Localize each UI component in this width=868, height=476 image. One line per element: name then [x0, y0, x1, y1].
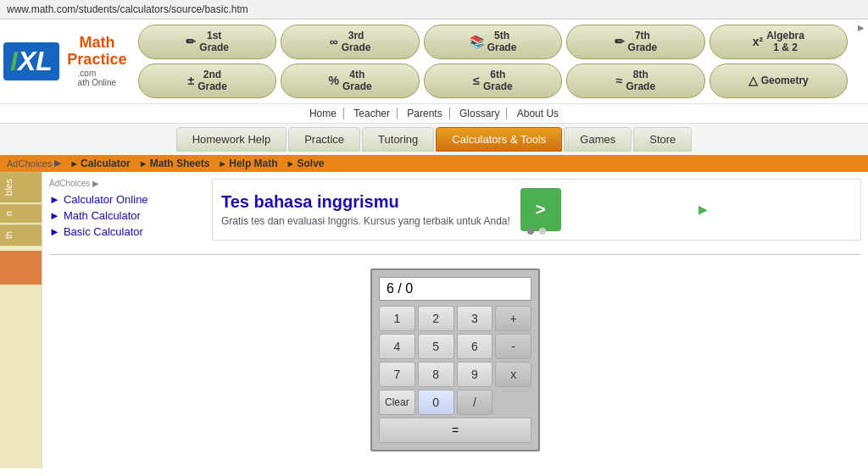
arrow-icon6: ►	[49, 209, 60, 222]
arrow-icon: ►	[70, 158, 79, 169]
browser-bar: www.math.com/students/calculators/source…	[0, 0, 868, 19]
calc-btn-multiply[interactable]: x	[495, 362, 531, 387]
sub-nav-solve[interactable]: ► Solve	[287, 158, 325, 169]
banner-dots	[527, 228, 546, 235]
grade-btn-4th[interactable]: % 4thGrade	[281, 64, 419, 98]
sidebar-tab-tables[interactable]: bles	[0, 172, 42, 202]
arrow-icon2: ►	[139, 158, 148, 169]
calc-btn-equals[interactable]: =	[379, 418, 531, 443]
nav-teacher[interactable]: Teacher	[347, 108, 398, 119]
triangle-icon: △	[748, 74, 758, 87]
sidebar-accent	[0, 251, 42, 285]
ad-play-icon: ▶	[92, 179, 99, 188]
tab-tutoring[interactable]: Tutoring	[362, 127, 434, 152]
infinity-icon: ∞	[330, 35, 338, 48]
arrow-icon4: ►	[287, 158, 296, 169]
x2-icon: x²	[753, 35, 763, 48]
pencil-icon: ✏	[186, 35, 196, 48]
percent-icon: %	[329, 74, 339, 87]
ixl-banner[interactable]: IXL Math Practice .comath Online	[0, 19, 131, 103]
calc-btn-8[interactable]: 8	[418, 362, 454, 387]
dot-2	[539, 228, 546, 235]
sub-nav-calculator[interactable]: ► Calculator	[70, 158, 131, 169]
sub-nav-math-sheets[interactable]: ► Math Sheets	[139, 158, 210, 169]
tab-games[interactable]: Games	[564, 127, 632, 152]
approx-icon: ≈	[616, 74, 623, 87]
calc-btn-1[interactable]: 1	[379, 306, 415, 331]
calc-btn-clear[interactable]: Clear	[379, 390, 415, 415]
main-nav: Homework Help Practice Tutoring Calculat…	[0, 124, 868, 155]
ad-left: AdChoices ▶ ► Calculator Online ► Math C…	[49, 179, 202, 238]
dot-1	[527, 228, 534, 235]
tab-homework-help[interactable]: Homework Help	[176, 127, 287, 152]
banner-ad-text: Tes bahasa inggrismu Gratis tes dan eval…	[221, 192, 510, 227]
calc-buttons: 1 2 3 + 4 5 6 - 7 8 9 x	[379, 306, 531, 415]
calc-btn-4[interactable]: 4	[379, 334, 415, 359]
play-icon: ▶	[54, 158, 61, 169]
browser-url: www.math.com/students/calculators/source…	[7, 3, 248, 15]
ad-link-math-calculator[interactable]: ► Math Calculator	[49, 209, 202, 222]
grade-btn-geometry[interactable]: △ Geometry	[709, 64, 848, 98]
nav-parents[interactable]: Parents	[400, 108, 449, 119]
banner-ad-button[interactable]: >	[520, 188, 561, 231]
ad-choices-section: AdChoices ▶	[49, 179, 202, 188]
ad-link-calculator-online[interactable]: ► Calculator Online	[49, 193, 202, 206]
ad-section: AdChoices ▶ ► Calculator Online ► Math C…	[49, 179, 861, 241]
ad-link-basic-calculator[interactable]: ► Basic Calculator	[49, 225, 202, 238]
calc-btn-divide[interactable]: /	[457, 390, 493, 415]
plusminus-icon: ±	[188, 74, 195, 87]
calc-btn-2[interactable]: 2	[418, 306, 454, 331]
calc-btn-9[interactable]: 9	[457, 362, 493, 387]
sub-nav-help-math[interactable]: ► Help Math	[218, 158, 277, 169]
nav-about[interactable]: About Us	[510, 108, 565, 119]
nav-links: Home Teacher Parents Glossary About Us	[0, 104, 868, 124]
ixl-tagline: Math Practice	[66, 35, 128, 69]
divider	[49, 254, 861, 255]
grade-btn-algebra[interactable]: x² Algebra1 & 2	[709, 25, 848, 59]
banner-ad-title: Tes bahasa inggrismu	[221, 192, 510, 212]
calc-display[interactable]	[379, 277, 531, 301]
top-banner: IXL Math Practice .comath Online ✏ 1stGr…	[0, 19, 868, 104]
leq-icon: ≤	[473, 74, 480, 87]
calc-btn-7[interactable]: 7	[379, 362, 415, 387]
grade-buttons-grid: ✏ 1stGrade ∞ 3rdGrade 📚 5thGrade ✏ 7thGr…	[131, 19, 854, 103]
content-area: bles n th AdChoices ▶ ► Calculator Onlin…	[0, 172, 868, 468]
ixl-text: Math Practice .comath Online	[66, 35, 128, 87]
sidebar-tab-n[interactable]: n	[0, 204, 42, 223]
nav-home[interactable]: Home	[303, 108, 344, 119]
calc-btn-6[interactable]: 6	[457, 334, 493, 359]
ixl-logo: IXL	[3, 42, 59, 80]
sidebar-tab-th[interactable]: th	[0, 224, 42, 246]
sub-nav: AdChoices ▶ ► Calculator ► Math Sheets ►…	[0, 155, 868, 172]
nav-glossary[interactable]: Glossary	[453, 108, 507, 119]
ad-choices-label: AdChoices ▶	[7, 158, 61, 169]
grade-btn-8th[interactable]: ≈ 8thGrade	[566, 64, 704, 98]
ad-indicator: ▶	[854, 19, 868, 36]
arrow-icon5: ►	[49, 193, 60, 206]
calculator-section: 1 2 3 + 4 5 6 - 7 8 9 x	[49, 260, 861, 460]
banner-ad-description: Gratis tes dan evaluasi Inggris. Kursus …	[221, 215, 510, 227]
calc-btn-0[interactable]: 0	[418, 390, 454, 415]
arrow-icon3: ►	[218, 158, 227, 169]
grade-btn-1st[interactable]: ✏ 1stGrade	[138, 25, 276, 59]
ixl-sub: .comath Online	[78, 69, 117, 87]
grade-btn-2nd[interactable]: ± 2ndGrade	[138, 64, 276, 98]
grade-btn-6th[interactable]: ≤ 6thGrade	[424, 64, 562, 98]
grade-btn-5th[interactable]: 📚 5thGrade	[424, 25, 562, 59]
pencil2-icon: ✏	[615, 35, 625, 48]
tab-calculators-tools[interactable]: Calculators & Tools	[436, 127, 562, 152]
calculator: 1 2 3 + 4 5 6 - 7 8 9 x	[370, 268, 540, 451]
calc-btn-plus[interactable]: +	[495, 306, 531, 331]
arrow-icon7: ►	[49, 225, 60, 238]
calc-btn-5[interactable]: 5	[418, 334, 454, 359]
calc-btn-3[interactable]: 3	[457, 306, 493, 331]
tab-practice[interactable]: Practice	[288, 127, 360, 152]
main-content: AdChoices ▶ ► Calculator Online ► Math C…	[42, 172, 868, 468]
ad-play-right-icon: ▶	[698, 202, 708, 216]
tab-store[interactable]: Store	[633, 127, 692, 152]
banner-ad: Tes bahasa inggrismu Gratis tes dan eval…	[212, 179, 861, 241]
calc-btn-minus[interactable]: -	[495, 334, 531, 359]
grade-btn-3rd[interactable]: ∞ 3rdGrade	[281, 25, 419, 59]
book-icon: 📚	[470, 35, 484, 48]
grade-btn-7th[interactable]: ✏ 7thGrade	[566, 25, 704, 59]
